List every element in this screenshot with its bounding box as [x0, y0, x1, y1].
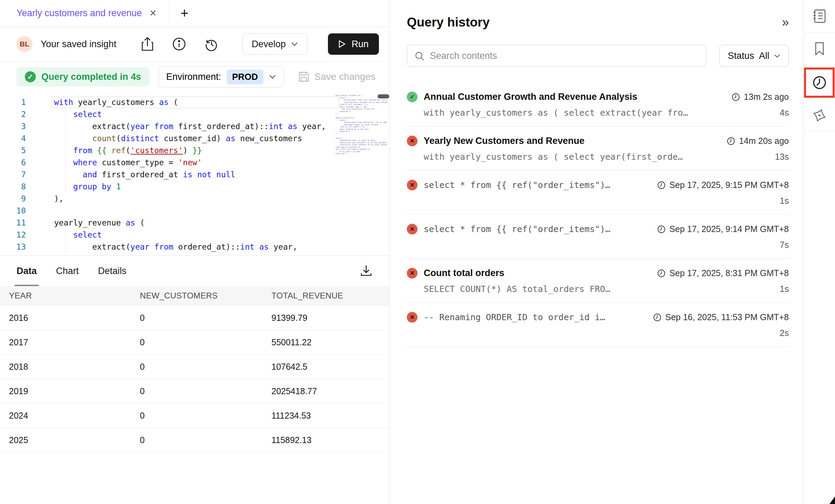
code-token: count [92, 134, 116, 143]
table-row[interactable]: 2016091399.79 [0, 306, 389, 330]
line-number: 3 [0, 120, 26, 133]
code-line-7[interactable]: 7 and first_ordered_at is not null [0, 169, 337, 181]
ref-link[interactable]: 'customers' [131, 146, 183, 155]
chevron-down-icon [291, 42, 298, 46]
tab-yearly-customers-and-revenue[interactable]: Yearly customers and revenue ✕ [0, 0, 169, 27]
table-row[interactable]: 20250115892.13 [0, 428, 389, 452]
info-button[interactable] [172, 37, 186, 51]
status-filter-dropdown[interactable]: Status All [719, 45, 789, 67]
table-cell: 0 [140, 362, 271, 372]
code-token [111, 182, 116, 191]
code-line-3[interactable]: 3 extract(year from first_ordered_at)::i… [0, 120, 337, 133]
code-token: as [259, 242, 269, 251]
share-button[interactable] [141, 37, 154, 51]
play-icon [338, 40, 346, 48]
sql-code-editor[interactable]: 1with yearly_customers as (2 select3 ext… [0, 92, 389, 255]
query-history-item[interactable]: ✕Count total ordersSep 17, 2025, 8:31 PM… [407, 259, 789, 303]
chevron-down-icon [774, 54, 780, 58]
history-item-title: -- Renaming ORDER_ID to order_id i… [424, 312, 605, 322]
history-item-detail: with yearly_customers as ( select extrac… [424, 107, 789, 118]
table-cell: 0 [140, 411, 271, 421]
table-cell: 2024 [9, 411, 140, 421]
lineage-panel-button[interactable] [812, 107, 827, 123]
status-filter-value: All [759, 51, 769, 61]
code-line-13[interactable]: 13 extract(year from ordered_at)::int as… [0, 241, 337, 253]
code-token [283, 122, 288, 131]
line-number: 5 [0, 145, 26, 157]
code-token [106, 146, 111, 155]
right-icon-rail [803, 0, 835, 504]
table-cell: 91399.79 [271, 313, 380, 323]
new-tab-button[interactable]: + [169, 0, 200, 27]
rail-divider [804, 131, 835, 132]
code-line-11[interactable]: 11yearly_revenue as ( [0, 217, 337, 229]
code-text: extract(year from ordered_at)::int as ye… [26, 241, 297, 253]
clock-icon [657, 269, 666, 278]
code-token [54, 230, 73, 239]
history-item-detail: 7s [424, 239, 789, 250]
results-tab-chart[interactable]: Chart [56, 256, 79, 286]
table-cell: 0 [140, 337, 271, 347]
clock-icon [726, 137, 735, 146]
results-tab-details[interactable]: Details [98, 256, 127, 286]
code-text: with yearly_customers as ( [26, 96, 178, 108]
table-cell: 0 [140, 435, 271, 445]
history-item-title: Yearly New Customers and Revenue [424, 136, 585, 146]
notebook-panel-button[interactable] [812, 8, 827, 24]
close-tab-icon[interactable]: ✕ [150, 8, 157, 18]
results-tab-data[interactable]: Data [17, 256, 37, 286]
code-line-5[interactable]: 5 from {{ ref('customers') }} [0, 145, 337, 157]
query-history-item[interactable]: ✕-- Renaming ORDER_ID to order_id i…Sep … [407, 303, 789, 347]
code-line-10[interactable]: 10 [0, 205, 337, 217]
code-token: and [83, 170, 97, 179]
environment-selector[interactable]: Environment: PROD [158, 66, 284, 87]
query-history-item[interactable]: ✕select * from {{ ref("order_items")…Sep… [407, 215, 789, 259]
version-history-button[interactable] [204, 37, 219, 51]
download-results-button[interactable] [360, 264, 373, 278]
run-button[interactable]: Run [328, 33, 379, 55]
query-history-item[interactable]: ✓Annual Customer Growth and Revenue Anal… [407, 83, 789, 127]
table-row[interactable]: 201902025418.77 [0, 379, 389, 403]
query-history-item[interactable]: ✕select * from {{ ref("order_items")…Sep… [407, 171, 789, 215]
code-token [54, 146, 73, 155]
query-history-item[interactable]: ✕Yearly New Customers and Revenue14m 20s… [407, 127, 789, 171]
save-changes-button[interactable]: Save changes [298, 71, 375, 83]
history-item-detail: with yearly_customers as ( select year(f… [424, 151, 789, 162]
history-item-duration: 7s [780, 240, 789, 250]
error-status-icon: ✕ [407, 312, 418, 323]
editor-scrollbar-thumb[interactable] [378, 94, 389, 98]
bookmark-icon [812, 41, 827, 56]
collapse-panel-button[interactable]: » [782, 16, 789, 29]
history-item-header: ✕Count total ordersSep 17, 2025, 8:31 PM… [407, 268, 789, 279]
code-line-4[interactable]: 4 count(distinct customer_id) as new_cus… [0, 133, 337, 145]
search-input[interactable] [407, 45, 706, 67]
code-token: from [73, 146, 92, 155]
history-item-header: ✓Annual Customer Growth and Revenue Anal… [407, 92, 789, 102]
code-line-6[interactable]: 6 where customer_type = 'new' [0, 157, 337, 169]
clock-icon [657, 181, 666, 190]
code-line-8[interactable]: 8 group by 1 [0, 181, 337, 193]
code-token: int [240, 242, 255, 251]
code-token: as [288, 122, 298, 131]
notebook-icon [812, 8, 827, 24]
rail-divider [804, 32, 835, 33]
error-status-icon: ✕ [407, 224, 418, 234]
editor-minimap[interactable]: with yearly_customers as ( select extrac… [336, 94, 387, 249]
develop-button[interactable]: Develop [242, 33, 307, 55]
line-number: 4 [0, 133, 26, 145]
code-line-1[interactable]: 1with yearly_customers as ( [0, 96, 337, 108]
table-row[interactable]: 20240111234.53 [0, 403, 389, 428]
table-row[interactable]: 20170550011.22 [0, 330, 389, 355]
code-token: customer_type = [97, 158, 178, 167]
tab-label: Yearly customers and revenue [17, 8, 142, 19]
history-item-detail: SELECT COUNT(*) AS total_orders FRO…1s [424, 283, 789, 294]
table-cell: 2019 [9, 386, 140, 396]
table-row[interactable]: 20180107642.5 [0, 355, 389, 379]
code-line-2[interactable]: 2 select [0, 108, 337, 120]
code-line-9[interactable]: 9), [0, 193, 337, 205]
code-token: select [73, 230, 102, 239]
code-line-12[interactable]: 12 select [0, 229, 337, 241]
bookmarks-panel-button[interactable] [812, 41, 827, 56]
history-item-header: ✕select * from {{ ref("order_items")…Sep… [407, 180, 789, 190]
column-header: NEW_CUSTOMERS [140, 291, 271, 301]
